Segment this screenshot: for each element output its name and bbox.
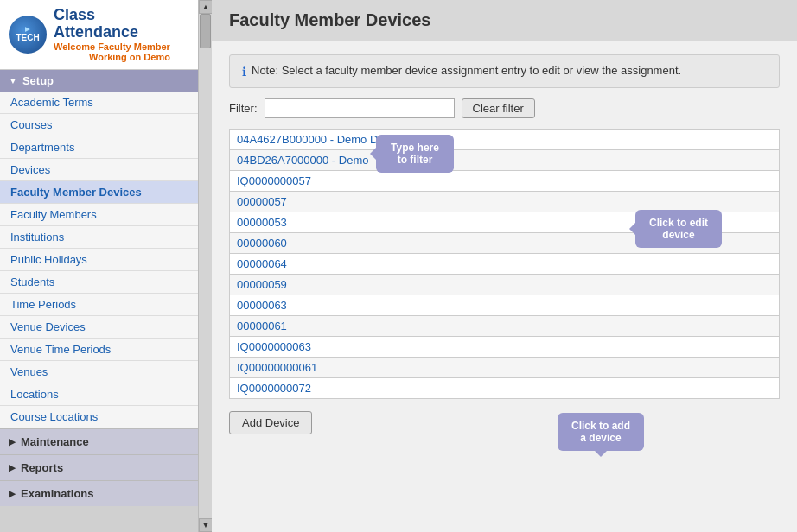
device-link[interactable]: IQ0000000057 <box>237 174 311 187</box>
table-row[interactable]: IQ0000000072 <box>230 378 780 399</box>
sidebar-item-time-periods[interactable]: Time Periods <box>0 294 198 316</box>
sidebar-item-faculty-member-devices[interactable]: Faculty Member Devices <box>0 181 198 204</box>
note-text: Note: Select a faculty member device ass… <box>252 64 681 77</box>
filter-label: Filter: <box>229 102 258 115</box>
device-link[interactable]: IQ0000000072 <box>237 382 311 395</box>
table-row[interactable]: 00000053 <box>230 212 780 233</box>
filter-input[interactable] <box>265 98 455 118</box>
device-link[interactable]: 00000057 <box>237 195 287 208</box>
note-box: ℹ Note: Select a faculty member device a… <box>229 54 780 88</box>
examinations-arrow-icon: ▶ <box>9 489 16 498</box>
setup-arrow-icon: ▼ <box>9 76 17 86</box>
add-device-tooltip: Click to add a device <box>558 413 644 451</box>
reports-arrow-icon: ▶ <box>9 463 16 472</box>
content-area: ℹ Note: Select a faculty member device a… <box>212 41 797 532</box>
sidebar-scrollbar[interactable]: ▲ ▼ <box>198 0 212 532</box>
device-link[interactable]: 00000063 <box>237 299 287 312</box>
filter-row: Filter: Clear filter <box>229 98 780 118</box>
table-row[interactable]: IQ0000000057 <box>230 171 780 192</box>
logo-text: ▶ TECH <box>16 26 39 43</box>
info-icon: ℹ <box>242 65 246 79</box>
page-header: Faculty Member Devices <box>212 0 797 41</box>
app-welcome: Welcome Faculty Member Working on Demo <box>54 41 170 62</box>
sidebar-item-institutions[interactable]: Institutions <box>0 226 198 249</box>
devices-table: 04A4627B000000 - Demo Device04BD26A70000… <box>229 129 780 399</box>
add-device-button[interactable]: Add Device <box>229 411 312 434</box>
app-title: Class Attendance Welcome Faculty Member … <box>54 7 170 62</box>
sidebar-item-departments[interactable]: Departments <box>0 136 198 159</box>
table-row[interactable]: 00000057 <box>230 192 780 212</box>
device-link[interactable]: 00000059 <box>237 278 287 291</box>
scroll-thumb[interactable] <box>200 14 211 48</box>
reports-section[interactable]: ▶ Reports <box>0 454 198 480</box>
sidebar-item-academic-terms[interactable]: Academic Terms <box>0 92 198 114</box>
sidebar-item-courses[interactable]: Courses <box>0 114 198 136</box>
sidebar-header: ▶ TECH Class Attendance Welcome Faculty … <box>0 0 198 70</box>
main-content: Faculty Member Devices ℹ Note: Select a … <box>212 0 797 532</box>
table-row[interactable]: 00000064 <box>230 254 780 275</box>
sidebar-main: ▶ TECH Class Attendance Welcome Faculty … <box>0 0 198 532</box>
sidebar-item-locations[interactable]: Locations <box>0 383 198 406</box>
device-link[interactable]: 04A4627B000000 - Demo Device <box>237 133 405 146</box>
device-link[interactable]: 00000061 <box>237 320 287 332</box>
maintenance-arrow-icon: ▶ <box>9 437 16 446</box>
examinations-section[interactable]: ▶ Examinations <box>0 480 198 506</box>
device-link[interactable]: 00000053 <box>237 216 287 229</box>
table-row[interactable]: 00000059 <box>230 275 780 295</box>
page-title: Faculty Member Devices <box>229 10 780 30</box>
maintenance-section[interactable]: ▶ Maintenance <box>0 428 198 454</box>
clear-filter-button[interactable]: Clear filter <box>462 98 535 118</box>
setup-section[interactable]: ▼ Setup <box>0 70 198 92</box>
sidebar-item-venue-time-periods[interactable]: Venue Time Periods <box>0 339 198 361</box>
table-row[interactable]: 00000063 <box>230 295 780 316</box>
sidebar-item-course-locations[interactable]: Course Locations <box>0 406 198 428</box>
sidebar-item-venues[interactable]: Venues <box>0 361 198 383</box>
sidebar-item-faculty-members[interactable]: Faculty Members <box>0 204 198 226</box>
sidebar-item-devices[interactable]: Devices <box>0 159 198 181</box>
scroll-down-button[interactable]: ▼ <box>199 518 213 532</box>
sidebar: ▶ TECH Class Attendance Welcome Faculty … <box>0 0 212 532</box>
scroll-up-button[interactable]: ▲ <box>199 0 213 14</box>
table-row[interactable]: IQ0000000063 <box>230 337 780 358</box>
device-link[interactable]: IQ00000000061 <box>237 361 317 374</box>
scroll-track <box>199 14 212 518</box>
sidebar-item-public-holidays[interactable]: Public Holidays <box>0 249 198 271</box>
table-row[interactable]: 04A4627B000000 - Demo Device <box>230 130 780 150</box>
device-link[interactable]: 00000064 <box>237 257 287 270</box>
table-row[interactable]: 04BD26A7000000 - Demo <box>230 150 780 171</box>
device-link[interactable]: 00000060 <box>237 237 287 250</box>
table-row[interactable]: IQ00000000061 <box>230 358 780 378</box>
table-row[interactable]: 00000061 <box>230 316 780 337</box>
sidebar-scroll: ▼ Setup Academic Terms Courses Departmen… <box>0 70 198 532</box>
device-link[interactable]: IQ0000000063 <box>237 340 311 353</box>
device-link[interactable]: 04BD26A7000000 - Demo <box>237 154 369 167</box>
app-title-line1: Class Attendance <box>54 7 170 41</box>
table-row[interactable]: 00000060 <box>230 233 780 254</box>
app-logo: ▶ TECH <box>9 16 47 54</box>
sidebar-item-students[interactable]: Students <box>0 271 198 294</box>
sidebar-item-venue-devices[interactable]: Venue Devices <box>0 316 198 339</box>
